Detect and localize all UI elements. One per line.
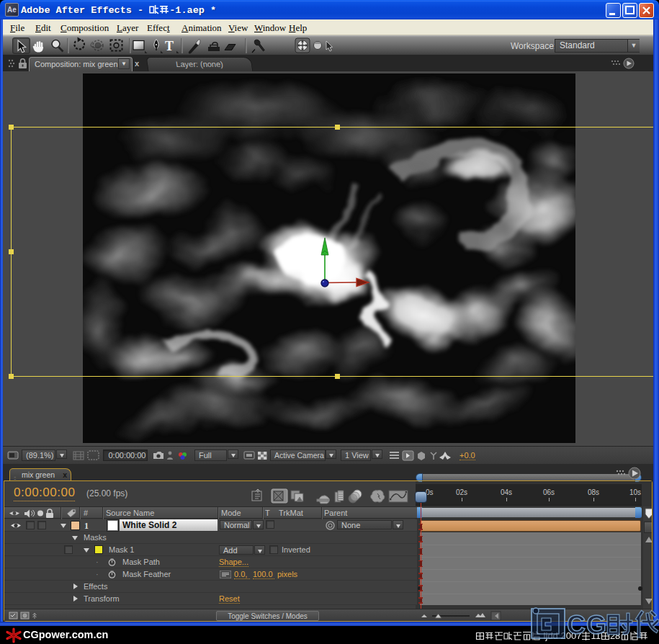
svg-text:T: T	[165, 39, 174, 53]
svg-text:CG: CG	[567, 610, 607, 640]
